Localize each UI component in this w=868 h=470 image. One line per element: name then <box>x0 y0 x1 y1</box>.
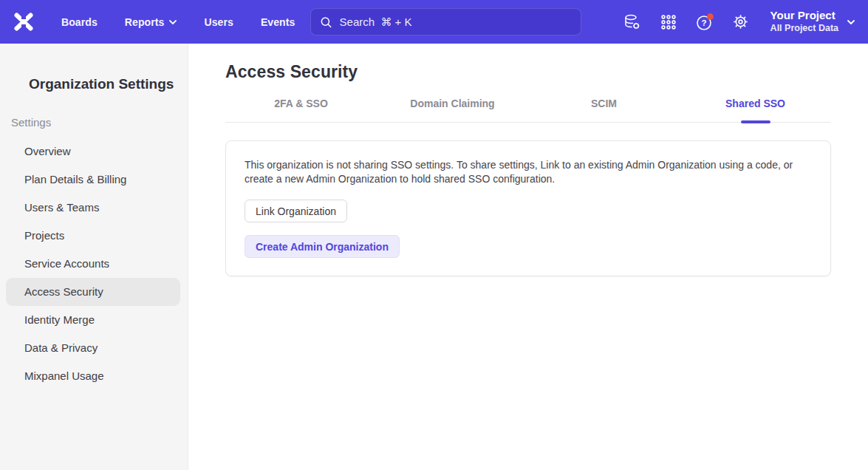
notification-badge <box>707 13 714 20</box>
sidebar-item-service-accounts[interactable]: Service Accounts <box>6 250 180 278</box>
project-switcher[interactable]: Your Project All Project Data <box>770 9 855 34</box>
sidebar-item-plan-details-billing[interactable]: Plan Details & Billing <box>6 166 180 194</box>
search-icon <box>320 16 332 29</box>
settings-gear-icon[interactable] <box>731 13 751 32</box>
tab-shared-sso-label: Shared SSO <box>725 98 785 109</box>
project-text: Your Project All Project Data <box>770 9 838 34</box>
tab-2fa-sso[interactable]: 2FA & SSO <box>225 98 377 122</box>
tab-scim[interactable]: SCIM <box>528 98 680 122</box>
sidebar-item-data-privacy[interactable]: Data & Privacy <box>6 334 180 362</box>
sidebar-nav: Overview Plan Details & Billing Users & … <box>0 137 188 390</box>
shared-sso-description: This organization is not sharing SSO set… <box>245 158 807 186</box>
nav-item-users-label: Users <box>204 16 233 28</box>
nav-item-events-label: Events <box>261 16 295 28</box>
shared-sso-card: This organization is not sharing SSO set… <box>225 140 831 276</box>
sidebar-item-overview[interactable]: Overview <box>6 137 180 166</box>
tab-domain-claiming[interactable]: Domain Claiming <box>377 98 528 122</box>
nav-item-boards-label: Boards <box>61 16 98 28</box>
page-title: Access Security <box>225 62 831 82</box>
tab-shared-sso[interactable]: Shared SSO <box>680 98 831 122</box>
help-icon[interactable]: ? <box>695 13 714 32</box>
mixpanel-logo[interactable] <box>13 12 34 32</box>
tab-bar: 2FA & SSO Domain Claiming SCIM Shared SS… <box>225 98 831 123</box>
sidebar-item-projects[interactable]: Projects <box>6 222 180 250</box>
nav-right: ? Your Project All Project Data <box>623 9 855 34</box>
chevron-down-icon <box>847 20 855 24</box>
card-actions: Link Organization Create Admin Organizat… <box>245 200 812 258</box>
main-content: Access Security 2FA & SSO Domain Claimin… <box>188 44 868 470</box>
link-organization-button[interactable]: Link Organization <box>245 200 347 222</box>
active-tab-indicator <box>741 120 770 123</box>
sidebar-item-mixpanel-usage[interactable]: Mixpanel Usage <box>6 362 180 390</box>
org-settings-sidebar: Organization Settings Settings Overview … <box>0 44 188 470</box>
tab-scim-label: SCIM <box>591 98 617 109</box>
svg-text:?: ? <box>701 18 706 27</box>
sidebar-section-label: Settings <box>11 116 188 129</box>
tab-2fa-sso-label: 2FA & SSO <box>274 98 328 109</box>
project-name: Your Project <box>770 9 838 23</box>
apps-grid-icon[interactable] <box>659 13 678 32</box>
data-management-icon[interactable] <box>623 13 642 32</box>
sidebar-title: Organization Settings <box>29 76 188 93</box>
project-scope: All Project Data <box>770 23 838 35</box>
sidebar-item-users-teams[interactable]: Users & Teams <box>6 194 180 222</box>
nav-item-boards[interactable]: Boards <box>61 16 98 28</box>
tab-domain-claiming-label: Domain Claiming <box>410 98 494 109</box>
nav-item-reports-label: Reports <box>125 16 165 28</box>
nav-item-users[interactable]: Users <box>204 16 233 28</box>
nav-item-reports[interactable]: Reports <box>125 16 177 28</box>
create-admin-organization-button[interactable]: Create Admin Organization <box>245 235 400 258</box>
top-nav: Boards Reports Users Events <box>0 0 868 44</box>
search-input[interactable] <box>340 16 572 28</box>
sidebar-item-access-security[interactable]: Access Security <box>6 278 180 306</box>
chevron-down-icon <box>169 20 177 24</box>
search-bar[interactable] <box>310 8 581 35</box>
nav-item-events[interactable]: Events <box>261 16 295 28</box>
sidebar-item-identity-merge[interactable]: Identity Merge <box>6 306 180 334</box>
nav-left: Boards Reports Users Events <box>13 12 295 32</box>
